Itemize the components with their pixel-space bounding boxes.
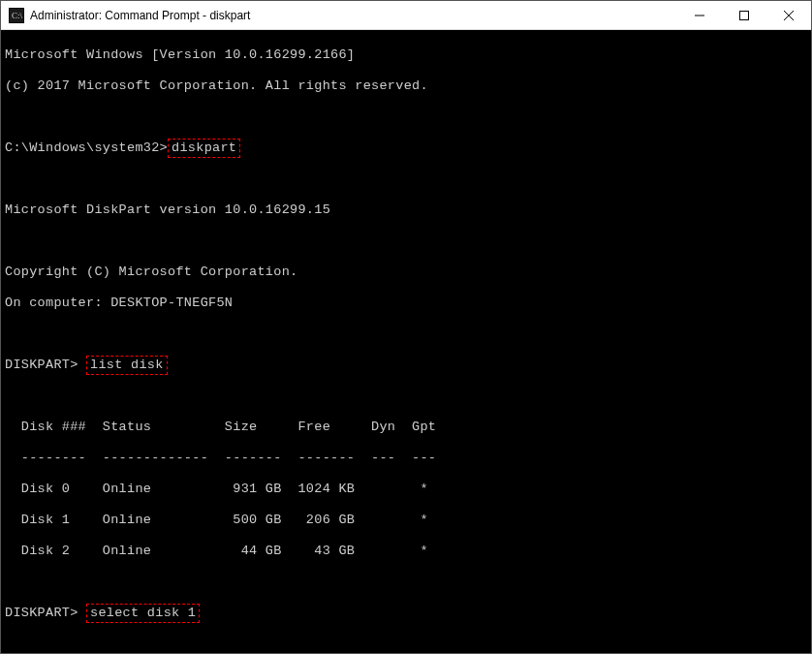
computer-name: On computer: DESKTOP-TNEGF5N bbox=[5, 296, 233, 310]
cmd-select-disk: select disk 1 bbox=[86, 604, 200, 623]
disk-separator: -------- ------------- ------- ------- -… bbox=[5, 451, 436, 465]
copyright-line: (c) 2017 Microsoft Corporation. All righ… bbox=[5, 78, 428, 93]
window-title: Administrator: Command Prompt - diskpart bbox=[30, 9, 677, 22]
command-prompt-window: C:\ Administrator: Command Prompt - disk… bbox=[0, 0, 812, 654]
cmd-diskpart: diskpart bbox=[168, 139, 240, 158]
cmd-list-disk: list disk bbox=[86, 356, 168, 375]
window-controls bbox=[677, 1, 811, 29]
close-button[interactable] bbox=[766, 1, 811, 29]
cmd-icon: C:\ bbox=[9, 8, 24, 23]
prompt: C:\Windows\system32> bbox=[5, 140, 168, 155]
table-row: Disk 0 Online 931 GB 1024 KB * bbox=[5, 482, 428, 496]
prompt: DISKPART> bbox=[5, 358, 86, 372]
terminal-output[interactable]: Microsoft Windows [Version 10.0.16299.21… bbox=[1, 30, 811, 653]
diskpart-version: Microsoft DiskPart version 10.0.16299.15 bbox=[5, 202, 330, 217]
table-row: Disk 1 Online 500 GB 206 GB * bbox=[5, 513, 428, 527]
maximize-button[interactable] bbox=[722, 1, 766, 29]
diskpart-copyright: Copyright (C) Microsoft Corporation. bbox=[5, 265, 297, 279]
titlebar[interactable]: C:\ Administrator: Command Prompt - disk… bbox=[1, 1, 811, 30]
table-row: Disk 2 Online 44 GB 43 GB * bbox=[5, 544, 428, 558]
svg-rect-4 bbox=[740, 11, 749, 19]
disk-header: Disk ### Status Size Free Dyn Gpt bbox=[5, 420, 436, 434]
svg-text:C:\: C:\ bbox=[12, 11, 23, 20]
prompt: DISKPART> bbox=[5, 606, 86, 620]
version-line: Microsoft Windows [Version 10.0.16299.21… bbox=[5, 47, 355, 62]
minimize-button[interactable] bbox=[677, 1, 722, 29]
